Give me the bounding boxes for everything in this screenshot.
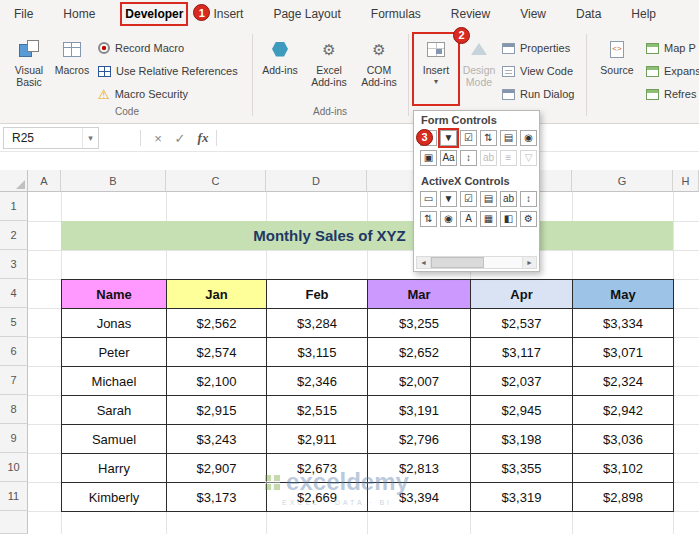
check-box-icon[interactable]: ☑ <box>460 191 477 207</box>
cell[interactable]: $2,537 <box>471 309 573 338</box>
row-header-3[interactable]: 3 <box>0 250 28 279</box>
expansion-packs-button[interactable]: Expans <box>646 61 699 81</box>
map-properties-button[interactable]: Map P <box>646 38 696 58</box>
list-box-icon[interactable]: ▤ <box>480 191 497 207</box>
header-cell-apr[interactable]: Apr <box>471 280 573 309</box>
cell[interactable]: $2,037 <box>471 367 573 396</box>
cell[interactable]: $2,796 <box>368 425 471 454</box>
cell[interactable]: Peter <box>62 338 167 367</box>
cell[interactable]: $2,813 <box>368 454 471 483</box>
option-button-icon[interactable]: ◉ <box>440 211 457 227</box>
header-cell-mar[interactable]: Mar <box>368 280 471 309</box>
cell[interactable]: $2,007 <box>368 367 471 396</box>
scroll-bar-icon[interactable]: ↕ <box>460 150 477 166</box>
cell[interactable]: $2,673 <box>267 454 368 483</box>
combo-dropdown-edit-icon[interactable]: ▽ <box>520 150 537 166</box>
row-header-4[interactable]: 4 <box>0 279 28 308</box>
list-box-icon[interactable]: ▤ <box>500 130 517 146</box>
cell[interactable]: $3,255 <box>368 309 471 338</box>
cell[interactable]: Jonas <box>62 309 167 338</box>
cell[interactable]: $2,100 <box>167 367 267 396</box>
cell[interactable]: $3,173 <box>167 483 267 512</box>
insert-button[interactable]: 2 Insert ▾ <box>416 36 456 102</box>
scroll-right-icon[interactable]: ► <box>523 257 536 268</box>
run-dialog-button[interactable]: Run Dialog <box>502 84 574 104</box>
cell[interactable]: $2,942 <box>573 396 674 425</box>
row-header-6[interactable]: 6 <box>0 337 28 366</box>
source-button[interactable]: <> Source <box>594 36 640 102</box>
cell[interactable]: Harry <box>62 454 167 483</box>
cell[interactable]: $2,898 <box>573 483 674 512</box>
cell[interactable]: Samuel <box>62 425 167 454</box>
design-mode-button[interactable]: Design Mode <box>458 36 500 102</box>
option-button-icon[interactable]: ◉ <box>520 130 537 146</box>
com-add-ins-button[interactable]: ⚙ COM Add-ins <box>356 36 402 102</box>
tab-view[interactable]: View <box>520 7 546 21</box>
tab-insert[interactable]: Insert <box>213 7 243 21</box>
cell[interactable]: $2,324 <box>573 367 674 396</box>
cell[interactable]: $2,515 <box>267 396 368 425</box>
cell[interactable]: $2,652 <box>368 338 471 367</box>
tab-page-layout[interactable]: Page Layout <box>273 7 340 21</box>
column-header-A[interactable]: A <box>28 170 61 192</box>
toggle-button-icon[interactable]: ◧ <box>500 211 517 227</box>
header-cell-name[interactable]: Name <box>62 280 167 309</box>
cell[interactable]: $3,355 <box>471 454 573 483</box>
cell[interactable]: Kimberly <box>62 483 167 512</box>
insert-function-icon[interactable]: fx <box>192 127 214 149</box>
cell[interactable]: $2,574 <box>167 338 267 367</box>
panel-scrollbar[interactable]: ◄ ► <box>416 256 537 269</box>
cell[interactable]: $2,945 <box>471 396 573 425</box>
header-cell-jan[interactable]: Jan <box>167 280 267 309</box>
cell[interactable]: $3,117 <box>471 338 573 367</box>
check-box-icon[interactable]: ☑ <box>460 130 477 146</box>
row-header-7[interactable]: 7 <box>0 366 28 395</box>
use-relative-references-button[interactable]: Use Relative References <box>98 61 238 81</box>
cell[interactable]: $3,115 <box>267 338 368 367</box>
visual-basic-button[interactable]: Visual Basic <box>6 36 52 102</box>
label-aa-icon[interactable]: Aa <box>440 150 457 166</box>
row-header-9[interactable]: 9 <box>0 424 28 453</box>
text-box-icon[interactable]: ab <box>500 191 517 207</box>
cell[interactable]: $2,915 <box>167 396 267 425</box>
properties-button[interactable]: Properties <box>502 38 570 58</box>
cell[interactable]: $3,036 <box>573 425 674 454</box>
combo-box-icon[interactable]: ▼3 <box>440 130 457 146</box>
scrollbar-track[interactable] <box>430 257 523 268</box>
row-header-2[interactable]: 2 <box>0 221 28 250</box>
combo-box-icon[interactable]: ▼ <box>440 191 457 207</box>
cell[interactable]: $3,071 <box>573 338 674 367</box>
row-header-11[interactable]: 11 <box>0 482 28 511</box>
group-box-icon[interactable]: ▣ <box>420 150 437 166</box>
macros-button[interactable]: Macros <box>52 36 92 102</box>
enter-icon[interactable]: ✓ <box>170 127 190 149</box>
row-header-5[interactable]: 5 <box>0 308 28 337</box>
cell[interactable]: Michael <box>62 367 167 396</box>
cell[interactable]: $2,562 <box>167 309 267 338</box>
spin-button-icon[interactable]: ⇅ <box>420 211 437 227</box>
cell[interactable]: Sarah <box>62 396 167 425</box>
name-box[interactable]: R25 ▾ <box>3 127 99 149</box>
column-header-D[interactable]: D <box>266 170 367 192</box>
cell[interactable]: $3,319 <box>471 483 573 512</box>
cell[interactable]: $3,191 <box>368 396 471 425</box>
text-field-icon[interactable]: ab <box>480 150 497 166</box>
tab-data[interactable]: Data <box>576 7 601 21</box>
column-header-H[interactable]: H <box>673 170 699 192</box>
cell[interactable]: $2,346 <box>267 367 368 396</box>
scroll-left-icon[interactable]: ◄ <box>417 257 430 268</box>
tab-file[interactable]: File <box>14 7 33 21</box>
scrollbar-thumb[interactable] <box>431 257 484 268</box>
tab-review[interactable]: Review <box>451 7 490 21</box>
column-header-C[interactable]: C <box>166 170 266 192</box>
cell[interactable]: $3,394 <box>368 483 471 512</box>
more-controls-icon[interactable]: ⚙ <box>520 211 537 227</box>
label-a-icon[interactable]: A <box>460 211 477 227</box>
header-cell-may[interactable]: May <box>573 280 674 309</box>
cell[interactable]: $3,102 <box>573 454 674 483</box>
row-header-10[interactable]: 10 <box>0 453 28 482</box>
tab-formulas[interactable]: Formulas <box>371 7 421 21</box>
image-icon[interactable]: ▦ <box>480 211 497 227</box>
header-cell-feb[interactable]: Feb <box>267 280 368 309</box>
refresh-data-button[interactable]: Refres <box>646 84 696 104</box>
